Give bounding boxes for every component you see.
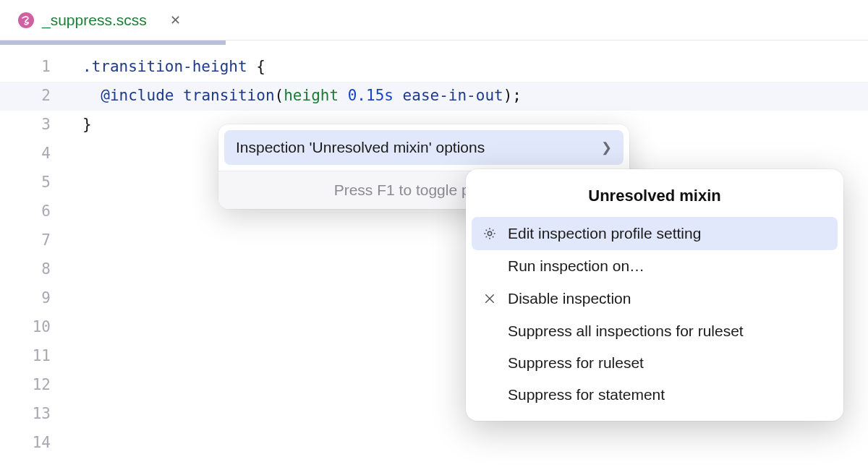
line-number: 8 [0,255,72,283]
indent [82,87,101,104]
line-number: 1 [0,52,72,81]
line-number: 3 [0,110,72,139]
menu-item-label: Run inspection on… [508,257,644,275]
at-rule-token: @include [101,87,174,104]
gutter: 1 2 3 4 5 6 7 8 9 10 11 12 13 14 [0,45,72,457]
selector-token: .transition-height [82,58,247,75]
brace-token: } [82,116,92,133]
line-number: 14 [0,428,72,457]
submenu-title: Unresolved mixin [472,178,838,217]
menu-item-label: Suppress for statement [508,386,665,403]
line-number: 2 [0,81,72,110]
suppress-statement-item[interactable]: Suppress for statement [472,379,838,411]
tab-filename: _suppress.scss [42,12,147,29]
sass-file-icon [17,12,35,29]
menu-item-label: Suppress all inspections for ruleset [508,322,744,340]
file-tab[interactable]: _suppress.scss ✕ [6,4,195,37]
space [393,87,403,104]
run-inspection-item[interactable]: Run inspection on… [472,250,838,282]
property-token: height [284,87,339,104]
line-number: 7 [0,226,72,255]
line-number: 6 [0,197,72,226]
paren-token: ) [503,87,513,104]
space [174,87,183,104]
keyword-token: ease-in-out [403,87,503,104]
gear-icon [480,224,499,243]
suppress-all-item[interactable]: Suppress all inspections for ruleset [472,315,838,347]
menu-item-label: Inspection 'Unresolved mixin' options [236,139,485,156]
number-token: 0.15s [348,87,393,104]
chevron-right-icon: ❯ [601,140,612,155]
code-line[interactable]: @include transition(height 0.15s ease-in… [72,81,868,110]
line-number: 4 [0,139,72,168]
paren-token: ( [275,87,284,104]
suppress-ruleset-item[interactable]: Suppress for ruleset [472,347,838,379]
line-number: 12 [0,370,72,399]
line-number: 10 [0,312,72,341]
line-number: 11 [0,341,72,370]
inspection-options-item[interactable]: Inspection 'Unresolved mixin' options ❯ [224,130,624,165]
line-number: 9 [0,283,72,312]
menu-item-label: Suppress for ruleset [508,354,644,372]
menu-item-label: Edit inspection profile setting [508,225,701,242]
menu-item-label: Disable inspection [508,290,631,307]
space [247,58,257,75]
inspection-submenu: Unresolved mixin Edit inspection profile… [466,169,843,421]
mixin-name-token: transition [183,87,274,104]
line-number: 5 [0,168,72,197]
close-icon[interactable]: ✕ [167,9,184,31]
disable-inspection-item[interactable]: Disable inspection [472,282,838,315]
space [339,87,348,104]
close-icon [480,289,499,308]
tab-bar: _suppress.scss ✕ [0,0,868,40]
edit-inspection-profile-item[interactable]: Edit inspection profile setting [472,217,838,250]
semicolon-token: ; [512,87,522,104]
line-number: 13 [0,399,72,428]
svg-point-1 [488,231,491,235]
code-line[interactable]: .transition-height { [72,52,868,81]
brace-token: { [256,58,265,75]
